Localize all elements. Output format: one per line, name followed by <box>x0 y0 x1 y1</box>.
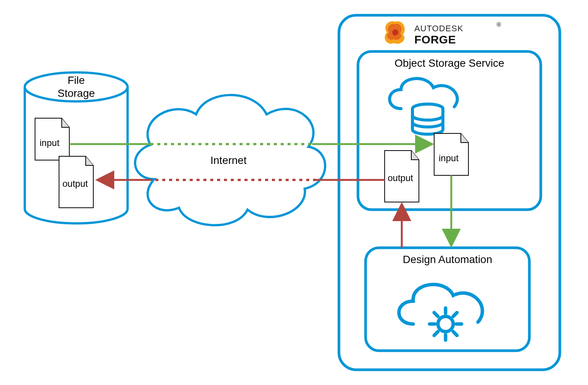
svg-line-13 <box>434 332 438 335</box>
oss-output-label: output <box>388 173 413 183</box>
file-storage-output-file-icon: output <box>59 156 93 208</box>
file-storage-label-1: File <box>67 74 85 86</box>
svg-line-12 <box>453 313 457 316</box>
cloud-gear-icon <box>399 284 483 340</box>
design-automation-label: Design Automation <box>403 253 492 265</box>
registered-mark: ® <box>497 21 501 28</box>
file-storage-node: File Storage input output <box>25 72 128 223</box>
svg-point-6 <box>438 316 453 332</box>
forge-container: AUTODESK ® FORGE Object Storage Service … <box>339 15 560 370</box>
oss-input-label: input <box>439 153 459 163</box>
forge-brand-line2: FORGE <box>414 33 456 46</box>
oss-label: Object Storage Service <box>395 57 504 69</box>
file-storage-label-2: Storage <box>58 87 95 99</box>
cloud-database-icon <box>390 79 457 134</box>
oss-output-file-icon: output <box>385 151 419 202</box>
forge-logo-icon <box>385 21 404 44</box>
svg-point-2 <box>392 29 398 35</box>
svg-line-11 <box>434 313 438 316</box>
file-storage-output-label: output <box>62 178 88 189</box>
svg-line-14 <box>453 332 457 335</box>
file-storage-input-label: input <box>40 138 59 148</box>
internet-cloud-icon: Internet <box>135 95 325 225</box>
design-automation-box: Design Automation <box>366 248 529 351</box>
oss-box: Object Storage Service input output <box>358 51 541 210</box>
forge-brand-line1: AUTODESK <box>414 24 463 33</box>
internet-label: Internet <box>211 154 247 166</box>
oss-input-file-icon: input <box>434 133 468 175</box>
architecture-diagram: File Storage input output Internet AUTOD… <box>0 0 588 385</box>
file-storage-input-file-icon: input <box>35 118 69 160</box>
